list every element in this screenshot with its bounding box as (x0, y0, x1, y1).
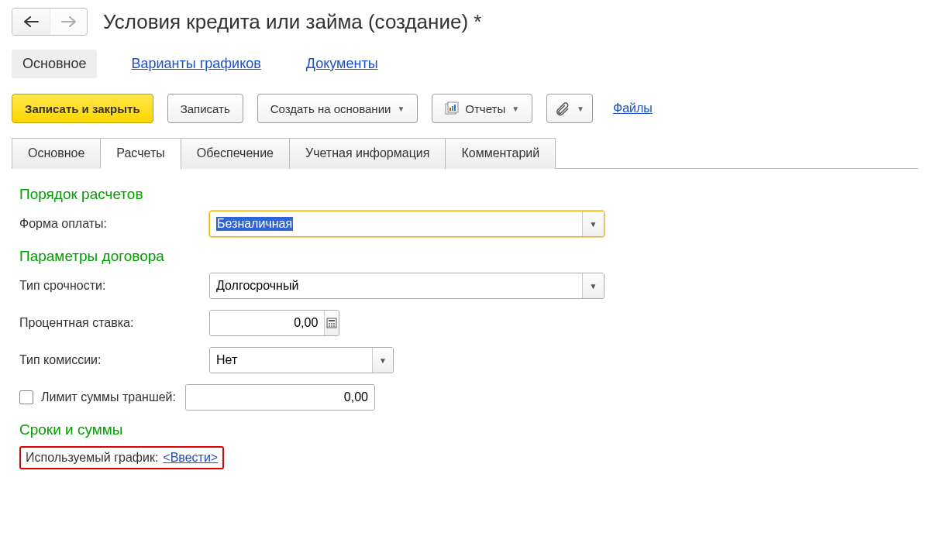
calculator-button[interactable] (324, 311, 339, 335)
payment-form-combo[interactable]: Безналичная ▼ (209, 211, 604, 237)
section-calc-order: Порядок расчетов (19, 186, 911, 203)
commission-type-input[interactable] (210, 348, 372, 373)
dropdown-button[interactable]: ▼ (372, 348, 393, 373)
tab-calculations[interactable]: Расчеты (100, 138, 181, 169)
commission-type-combo[interactable]: ▼ (209, 347, 394, 373)
calculator-icon (326, 318, 337, 328)
chevron-down-icon: ▼ (590, 282, 598, 290)
interest-rate-input[interactable] (210, 311, 324, 335)
header: Условия кредита или займа (создание) * (12, 8, 918, 36)
tab-comment[interactable]: Комментарий (445, 138, 556, 169)
tab-accounting[interactable]: Учетная информация (289, 138, 446, 169)
tab-main[interactable]: Основное (12, 138, 101, 169)
tab-collateral[interactable]: Обеспечение (181, 138, 290, 169)
nav-tab-schedules[interactable]: Варианты графиков (120, 50, 271, 78)
toolbar: Записать и закрыть Записать Создать на о… (12, 94, 918, 123)
section-contract-params: Параметры договора (19, 248, 911, 265)
term-type-combo[interactable]: ▼ (209, 273, 604, 299)
tranche-limit-input[interactable] (186, 385, 374, 410)
back-button[interactable] (12, 9, 50, 35)
arrow-left-icon (23, 16, 39, 27)
arrow-right-icon (61, 16, 77, 27)
dropdown-button[interactable]: ▼ (582, 273, 604, 298)
svg-point-10 (329, 325, 330, 327)
interest-rate-row: Процентная ставка: (19, 310, 911, 336)
reports-label: Отчеты (465, 102, 505, 115)
used-schedule-label: Используемый график: (26, 451, 158, 465)
nav-tabs: Основное Варианты графиков Документы (12, 50, 918, 78)
create-based-on-button[interactable]: Создать на основании ▼ (257, 94, 418, 123)
chevron-down-icon: ▼ (397, 105, 405, 113)
commission-type-label: Тип комиссии: (19, 353, 209, 367)
reports-button[interactable]: Отчеты ▼ (432, 94, 532, 123)
svg-point-8 (331, 323, 332, 325)
dropdown-button[interactable]: ▼ (582, 211, 604, 236)
interest-rate-label: Процентная ставка: (19, 316, 209, 330)
chevron-down-icon: ▼ (512, 105, 519, 113)
tab-content: Порядок расчетов Форма оплаты: Безналичн… (12, 169, 918, 474)
term-type-input[interactable] (210, 273, 582, 298)
save-button[interactable]: Записать (167, 94, 243, 123)
sub-tabs: Основное Расчеты Обеспечение Учетная инф… (12, 137, 918, 169)
tranche-limit-checkbox[interactable] (19, 390, 33, 404)
nav-buttons (12, 8, 88, 36)
save-and-close-label: Записать и закрыть (25, 102, 140, 115)
svg-point-11 (331, 325, 332, 327)
tranche-limit-field[interactable] (185, 384, 375, 411)
payment-form-row: Форма оплаты: Безналичная ▼ (19, 211, 911, 237)
save-and-close-button[interactable]: Записать и закрыть (12, 94, 153, 123)
svg-point-9 (333, 323, 335, 325)
reports-icon (445, 101, 459, 115)
nav-tab-main[interactable]: Основное (12, 50, 97, 78)
files-link[interactable]: Файлы (613, 101, 653, 115)
forward-button[interactable] (50, 9, 87, 35)
svg-rect-3 (452, 106, 453, 111)
payment-form-label: Форма оплаты: (19, 217, 209, 231)
term-type-label: Тип срочности: (19, 279, 209, 293)
svg-rect-4 (454, 105, 456, 111)
svg-rect-6 (329, 320, 335, 321)
used-schedule-row: Используемый график: <Ввести> (19, 446, 224, 469)
chevron-down-icon: ▼ (577, 105, 584, 113)
paperclip-icon (555, 101, 570, 116)
nav-tab-documents[interactable]: Документы (295, 50, 389, 78)
enter-schedule-link[interactable]: <Ввести> (163, 451, 218, 465)
commission-type-row: Тип комиссии: ▼ (19, 347, 911, 373)
svg-point-12 (333, 325, 335, 327)
page-title: Условия кредита или займа (создание) * (103, 10, 481, 34)
chevron-down-icon: ▼ (590, 220, 598, 228)
payment-form-value[interactable]: Безналичная (210, 211, 582, 236)
create-based-on-label: Создать на основании (270, 102, 391, 115)
tranche-limit-row: Лимит суммы траншей: (19, 384, 911, 411)
save-label: Записать (181, 102, 230, 115)
svg-point-7 (329, 323, 330, 325)
term-type-row: Тип срочности: ▼ (19, 273, 911, 299)
attachments-button[interactable]: ▼ (546, 94, 593, 123)
svg-rect-2 (450, 108, 451, 111)
section-terms-sums: Сроки и суммы (19, 421, 911, 438)
tranche-limit-label: Лимит суммы траншей: (41, 390, 176, 404)
interest-rate-field[interactable] (209, 310, 339, 336)
chevron-down-icon: ▼ (379, 356, 387, 365)
